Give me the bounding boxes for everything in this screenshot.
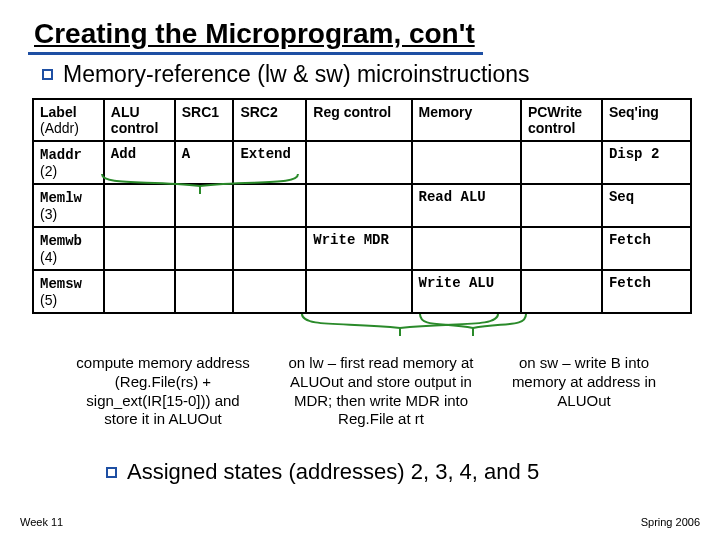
bullet-icon [42, 69, 53, 80]
bullet-icon [106, 467, 117, 478]
note-on-sw: on sw – write B into memory at address i… [504, 354, 664, 429]
table-row: Memlw(3) Read ALU Seq [33, 184, 691, 227]
footer-week: Week 11 [20, 516, 63, 528]
assigned-text: Assigned states (addresses) 2, 3, 4, and… [127, 459, 539, 485]
brace-right-icon [418, 312, 528, 338]
assigned-row: Assigned states (addresses) 2, 3, 4, and… [28, 459, 692, 485]
brace-middle-icon [300, 312, 500, 338]
col-alu: ALU control [104, 99, 175, 141]
subtitle: Memory-reference (lw & sw) microinstruct… [63, 61, 529, 88]
col-pcw: PCWrite control [521, 99, 602, 141]
slide-title: Creating the Microprogram, con't [28, 18, 483, 55]
col-seq: Seq'ing [602, 99, 691, 141]
col-src1: SRC1 [175, 99, 234, 141]
col-label: Label (Addr) [33, 99, 104, 141]
footer-term: Spring 2006 [641, 516, 700, 528]
table-row: Maddr(2) Add A Extend Disp 2 [33, 141, 691, 184]
annotation-notes: compute memory address (Reg.File(rs) + s… [68, 354, 692, 429]
microinstruction-table: Label (Addr) ALU control SRC1 SRC2 Reg c… [32, 98, 692, 314]
col-reg: Reg control [306, 99, 411, 141]
note-compute-address: compute memory address (Reg.File(rs) + s… [68, 354, 258, 429]
table-row: Memsw(5) Write ALU Fetch [33, 270, 691, 313]
table-header-row: Label (Addr) ALU control SRC1 SRC2 Reg c… [33, 99, 691, 141]
table-row: Memwb(4) Write MDR Fetch [33, 227, 691, 270]
subtitle-row: Memory-reference (lw & sw) microinstruct… [28, 61, 692, 88]
note-on-lw: on lw – first read memory at ALUOut and … [286, 354, 476, 429]
col-src2: SRC2 [233, 99, 306, 141]
col-mem: Memory [412, 99, 521, 141]
